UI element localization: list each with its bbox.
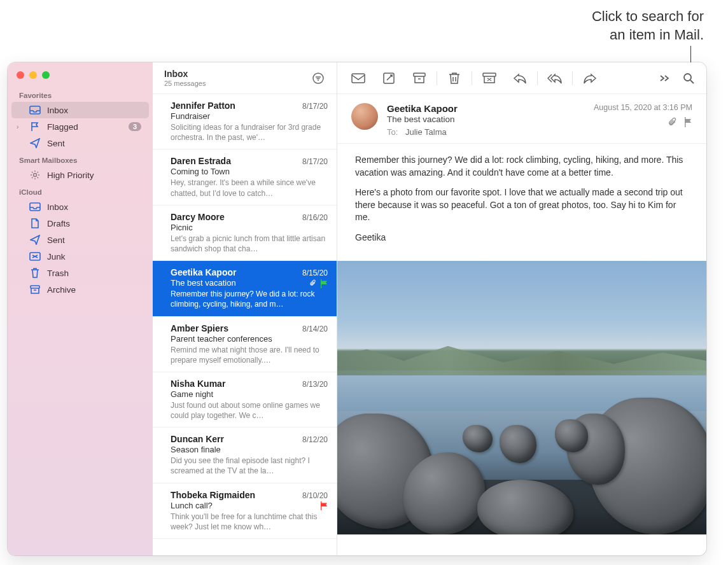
sidebar: Favorites › Inbox › Flagged 3 › Sent Sma… [8,62,153,555]
message-sender: Amber Spiers [171,323,228,333]
sidebar-item-label: Drafts [47,219,141,228]
fullscreen-window-button[interactable] [42,71,50,79]
message-row[interactable]: Darcy Moore8/16/20PicnicLet's grab a pic… [153,206,337,261]
sidebar-item-sent[interactable]: › Sent [11,135,149,151]
message-date: 8/17/20 [302,157,328,166]
sent-icon [29,235,41,245]
recipient-name[interactable]: Julie Talma [405,127,447,137]
message-subject: Game night [171,389,213,399]
message-sender: Geetika Kapoor [171,267,236,277]
message-date: 8/10/20 [302,491,328,500]
message-preview: Let's grab a picnic lunch from that litt… [171,234,328,254]
junk-button[interactable] [475,67,504,89]
filter-button[interactable] [309,69,328,88]
message-body: Remember this journey? We did a lot: roc… [337,144,706,258]
sidebar-item-archive[interactable]: › Archive [11,281,149,298]
attachment-icon[interactable] [667,117,677,127]
archive-button[interactable] [405,67,434,89]
message-subject: Coming to Town [171,167,230,176]
flag-icon [29,122,41,132]
chevron-right-icon[interactable]: › [17,123,23,130]
sidebar-item-flagged[interactable]: › Flagged 3 [11,118,149,135]
toolbar-separator [537,71,538,85]
message-row[interactable]: Amber Spiers8/14/20Parent teacher confer… [153,317,337,372]
sender-name[interactable]: Geetika Kapoor [387,103,585,114]
svg-point-10 [684,74,691,81]
compose-button[interactable] [374,67,403,89]
document-icon [29,218,41,228]
body-signature: Geetika [355,232,689,244]
message-row[interactable]: Duncan Kerr8/12/20Season finaleDid you s… [153,428,337,483]
annotation-pointer [690,46,691,64]
close-window-button[interactable] [17,71,24,79]
toolbar-separator [572,71,573,85]
reply-button[interactable] [505,67,535,89]
sidebar-item-drafts[interactable]: › Drafts [11,215,149,232]
flag-icon[interactable] [683,117,692,127]
forward-button[interactable] [575,67,605,89]
svg-rect-9 [483,73,496,76]
message-preview: Did you see the final episode last night… [171,456,328,476]
gear-icon [29,170,41,180]
message-row[interactable]: Daren Estrada8/17/20Coming to TownHey, s… [153,150,337,205]
message-list-header: Inbox 25 messages [153,62,337,94]
get-mail-button[interactable] [344,67,373,89]
help-annotation: Click to search for an item in Mail. [592,8,704,44]
message-row[interactable]: Thobeka Rigmaiden8/10/20Lunch call?Think… [153,484,337,539]
message-date: 8/12/20 [302,435,328,444]
message-row[interactable]: Nisha Kumar8/13/20Game nightJust found o… [153,372,337,428]
sidebar-item-trash[interactable]: › Trash [11,265,149,281]
message-sender: Nisha Kumar [171,379,225,389]
message-sender: Thobeka Rigmaiden [171,490,255,500]
sidebar-item-icloud-inbox[interactable]: › Inbox [11,199,149,215]
message-list-pane: Inbox 25 messages Jennifer Patton8/17/20… [153,62,337,555]
message-date: 8/13/20 [302,380,328,389]
message-subject: Lunch call? [171,501,213,510]
search-button[interactable] [677,67,700,89]
message-preview: Think you'll be free for a lunchtime cha… [171,512,328,532]
svg-rect-8 [414,73,425,76]
sidebar-item-label: Flagged [47,122,122,132]
sidebar-item-inbox[interactable]: › Inbox [11,102,149,118]
sent-icon [29,138,41,148]
message-date: August 15, 2020 at 3:16 PM [594,103,692,112]
message-subject: Season finale [171,445,221,454]
reading-pane: Geetika Kapoor The best vacation To: Jul… [337,62,706,555]
sidebar-item-label: Trash [47,269,141,278]
message-date: 8/16/20 [302,213,328,222]
svg-point-1 [34,174,37,177]
sender-avatar[interactable] [351,103,378,130]
message-preview: Just found out about some online games w… [171,400,328,421]
sidebar-item-icloud-sent[interactable]: › Sent [11,232,149,248]
svg-rect-6 [352,74,365,83]
message-subject: Fundraiser [171,111,210,121]
message-row[interactable]: Jennifer Patton8/17/20FundraiserSoliciti… [153,94,337,150]
message-preview: Soliciting ideas for a fundraiser for 3r… [171,122,328,143]
message-list[interactable]: Jennifer Patton8/17/20FundraiserSoliciti… [153,94,337,555]
message-date: 8/15/20 [302,269,328,277]
sidebar-item-label: Inbox [47,202,141,212]
sidebar-item-label: Inbox [47,106,141,115]
sidebar-item-label: Sent [47,235,141,245]
message-sender: Duncan Kerr [171,434,224,444]
sidebar-item-junk[interactable]: › Junk [11,248,149,265]
sidebar-item-high-priority[interactable]: › High Priority [11,167,149,183]
message-subject: Parent teacher conferences [171,334,272,344]
message-row[interactable]: Geetika Kapoor8/15/20The best vacationRe… [153,261,337,316]
inbox-icon [29,202,41,212]
minimize-window-button[interactable] [29,71,37,79]
sidebar-item-label: Archive [47,285,141,295]
sidebar-section-favorites: Favorites [8,87,153,102]
trash-icon [29,268,41,278]
archive-icon [29,284,41,295]
delete-button[interactable] [440,67,469,89]
window-controls [8,67,153,87]
sidebar-section-icloud: iCloud [8,183,153,199]
reply-all-button[interactable] [540,67,570,89]
mailbox-title: Inbox [164,69,206,79]
annotation-line1: Click to search for [592,8,704,26]
more-toolbar-button[interactable] [653,67,676,89]
sidebar-item-label: High Priority [47,171,141,180]
attached-photo[interactable] [337,261,706,534]
message-preview: Hey, stranger. It's been a while since w… [171,178,328,198]
